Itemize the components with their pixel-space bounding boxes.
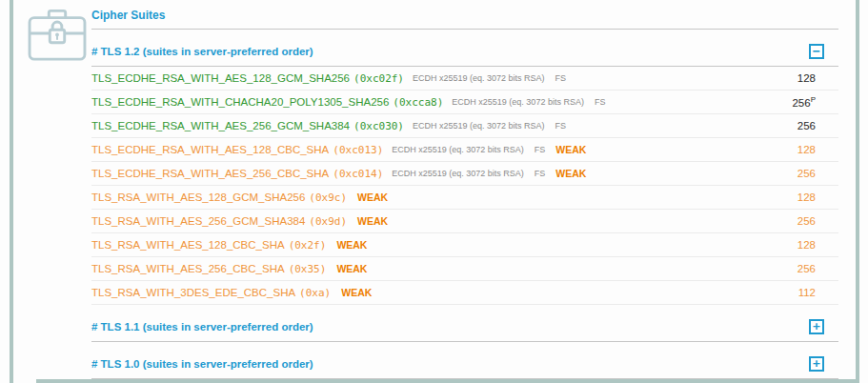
forward-secrecy-flag: FS (555, 73, 567, 83)
section-header-tls12: # TLS 1.2 (suites in server-preferred or… (91, 44, 838, 67)
toolbox-lock-icon (28, 9, 87, 62)
cipher-suite-hex-code: (0x2f) (289, 239, 327, 252)
weak-badge: WEAK (341, 287, 372, 298)
forward-secrecy-flag: FS (535, 145, 546, 154)
cipher-suite-row: TLS_ECDHE_RSA_WITH_AES_256_CBC_SHA (0xc0… (91, 162, 838, 186)
cipher-strength-bits: 128 (797, 239, 838, 251)
cipher-suite-name: TLS_RSA_WITH_AES_256_CBC_SHA (91, 263, 285, 274)
cipher-suite-hex-code: (0x9d) (309, 215, 347, 228)
cipher-suites-panel: Cipher Suites # TLS 1.2 (suites in serve… (91, 0, 838, 383)
cipher-suite-name: TLS_RSA_WITH_AES_256_GCM_SHA384 (91, 215, 305, 227)
cipher-suite-name: TLS_ECDHE_RSA_WITH_AES_128_CBC_SHA (91, 144, 329, 155)
forward-secrecy-flag: FS (535, 169, 546, 178)
section-label-tls10: # TLS 1.0 (suites in server-preferred or… (91, 358, 313, 370)
key-exchange-info: ECDH x25519 (eq. 3072 bits RSA) (392, 169, 524, 178)
forward-secrecy-flag: FS (555, 121, 567, 131)
section-label-tls12: # TLS 1.2 (suites in server-preferred or… (91, 46, 313, 57)
cipher-suite-row: TLS_ECDHE_RSA_WITH_CHACHA20_POLY1305_SHA… (91, 91, 838, 114)
cipher-strength-bits: 128 (797, 192, 838, 203)
cipher-strength-bits: 256 (797, 120, 838, 131)
cipher-suite-name: TLS_RSA_WITH_AES_128_CBC_SHA (91, 239, 285, 251)
key-exchange-info: ECDH x25519 (eq. 3072 bits RSA) (413, 121, 545, 131)
section-header-tls10: # TLS 1.0 (suites in server-preferred or… (91, 356, 838, 379)
weak-badge: WEAK (357, 215, 388, 227)
weak-badge: WEAK (555, 144, 586, 155)
expand-plus-icon[interactable]: + (809, 319, 824, 334)
collapse-minus-icon[interactable]: − (809, 44, 824, 59)
key-exchange-info: ECDH x25519 (eq. 3072 bits RSA) (452, 97, 584, 107)
cipher-suite-hex-code: (0xc013) (333, 144, 383, 156)
cipher-strength-bits: 256 (797, 168, 838, 179)
cipher-suite-hex-code: (0xa) (299, 287, 331, 299)
cipher-suite-name: TLS_RSA_WITH_3DES_EDE_CBC_SHA (91, 287, 295, 298)
key-exchange-info: ECDH x25519 (eq. 3072 bits RSA) (413, 73, 545, 83)
cipher-strength-bits: 256P (792, 95, 838, 109)
cipher-suite-row: TLS_RSA_WITH_AES_128_GCM_SHA256 (0x9c) W… (91, 186, 838, 210)
cipher-suite-name: TLS_ECDHE_RSA_WITH_CHACHA20_POLY1305_SHA… (91, 96, 389, 108)
tls12-suite-table: TLS_ECDHE_RSA_WITH_AES_128_GCM_SHA256 (0… (91, 67, 838, 305)
cipher-strength-bits: 128 (797, 72, 838, 84)
cipher-suite-row: TLS_ECDHE_RSA_WITH_AES_128_CBC_SHA (0xc0… (91, 138, 838, 162)
cipher-suite-hex-code: (0xc014) (333, 168, 383, 180)
forward-secrecy-flag: FS (595, 97, 606, 107)
section-tls10: # TLS 1.0 (suites in server-preferred or… (91, 356, 838, 379)
section-label-tls11: # TLS 1.1 (suites in server-preferred or… (91, 321, 313, 333)
cipher-suite-row: TLS_RSA_WITH_AES_128_CBC_SHA (0x2f) WEAK… (91, 233, 838, 257)
cipher-suite-hex-code: (0x35) (289, 263, 327, 275)
weak-badge: WEAK (336, 263, 367, 274)
weak-badge: WEAK (357, 192, 388, 203)
cipher-suite-row: TLS_RSA_WITH_AES_256_GCM_SHA384 (0x9d) W… (91, 210, 838, 233)
cipher-suite-name: TLS_ECDHE_RSA_WITH_AES_256_GCM_SHA384 (91, 120, 350, 131)
section-header-tls11: # TLS 1.1 (suites in server-preferred or… (91, 319, 838, 342)
cipher-suite-row: TLS_RSA_WITH_3DES_EDE_CBC_SHA (0xa) WEAK… (91, 281, 838, 305)
cipher-strength-bits: 128 (797, 144, 838, 155)
weak-badge: WEAK (336, 239, 367, 251)
page-frame-right (856, 0, 859, 383)
cipher-strength-bits: 256 (797, 263, 838, 274)
cipher-strength-bits: 256 (797, 215, 838, 227)
cipher-suite-hex-code: (0xc030) (353, 120, 404, 132)
cipher-suite-hex-code: (0xcca8) (393, 96, 443, 109)
cipher-suite-name: TLS_RSA_WITH_AES_128_GCM_SHA256 (91, 192, 305, 203)
cipher-suite-row: TLS_RSA_WITH_AES_256_CBC_SHA (0x35) WEAK… (91, 257, 838, 281)
cipher-suite-name: TLS_ECDHE_RSA_WITH_AES_128_GCM_SHA256 (91, 72, 350, 84)
section-tls12: # TLS 1.2 (suites in server-preferred or… (91, 44, 838, 305)
cipher-suite-row: TLS_ECDHE_RSA_WITH_AES_256_GCM_SHA384 (0… (91, 114, 838, 138)
section-tls11: # TLS 1.1 (suites in server-preferred or… (91, 319, 838, 342)
panel-title: Cipher Suites (91, 0, 838, 30)
cipher-strength-bits: 112 (798, 287, 838, 298)
cipher-suite-hex-code: (0xc02f) (353, 72, 404, 85)
page-frame-left (10, 0, 13, 383)
cipher-suite-row: TLS_ECDHE_RSA_WITH_AES_128_GCM_SHA256 (0… (91, 67, 838, 91)
weak-badge: WEAK (555, 168, 586, 179)
expand-plus-icon[interactable]: + (809, 356, 824, 372)
cipher-suite-name: TLS_ECDHE_RSA_WITH_AES_256_CBC_SHA (91, 168, 329, 179)
cipher-suite-hex-code: (0x9c) (309, 192, 347, 204)
key-exchange-info: ECDH x25519 (eq. 3072 bits RSA) (392, 145, 524, 154)
